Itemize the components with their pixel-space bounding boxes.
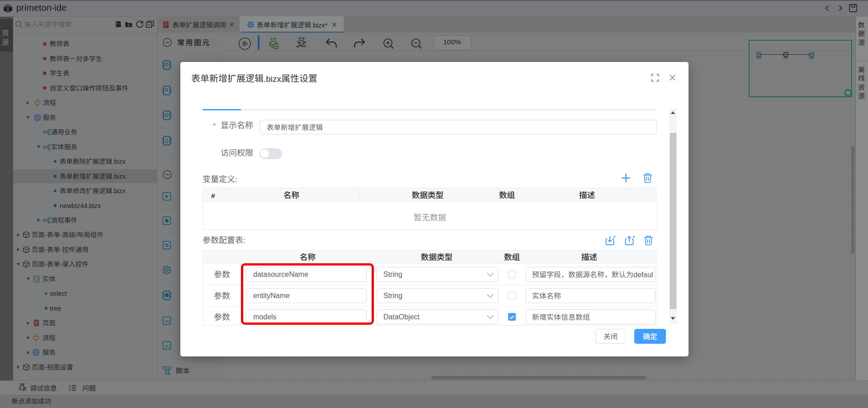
svg-text:#: #: [211, 191, 215, 199]
svg-text:.bizx: .bizx: [264, 74, 282, 83]
svg-text::: :: [235, 175, 237, 184]
svg-text:*: *: [213, 122, 216, 130]
svg-text::: :: [243, 236, 245, 245]
svg-text:defaul: defaul: [633, 271, 653, 279]
